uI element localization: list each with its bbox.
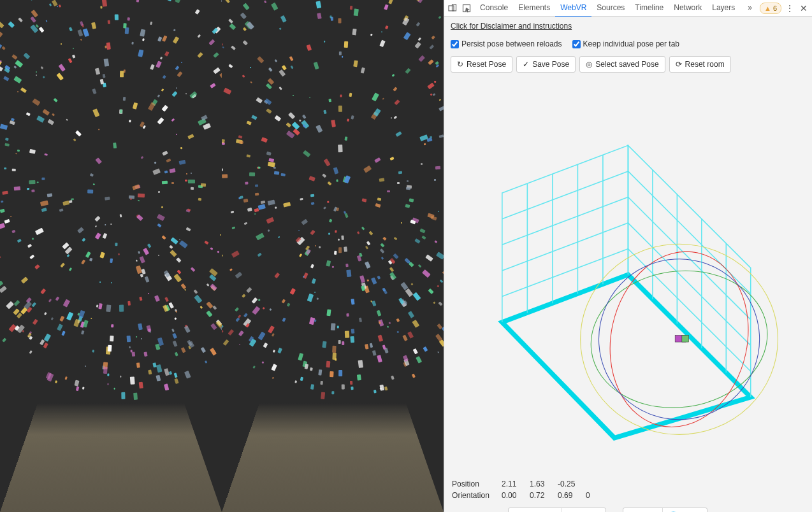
room-visualization[interactable] (444, 76, 812, 473)
orientation-y: 0.72 (530, 491, 558, 500)
warnings-count: 6 (773, 4, 777, 12)
persist-pose-checkbox-label[interactable]: Persist pose between reloads (451, 39, 562, 48)
orientation-label: Orientation (452, 491, 502, 500)
orientation-w: 0 (586, 491, 614, 500)
orientation-x: 0.00 (502, 491, 530, 500)
refresh-icon: ↻ (457, 60, 463, 69)
devtools-menu-button[interactable]: ⋮ (784, 3, 795, 13)
target-icon: ◎ (586, 60, 592, 69)
wall-grid-right (628, 145, 751, 397)
world-button[interactable]: 🌐 World (663, 508, 707, 512)
save-pose-label: Save Pose (532, 60, 569, 69)
wall-grid-left (502, 145, 628, 322)
position-label: Position (452, 480, 502, 488)
rotation-gizmo (572, 232, 786, 446)
local-button[interactable]: ⬡ Local (623, 508, 663, 512)
options-row: Persist pose between reloads Keep indivi… (444, 36, 812, 52)
save-pose-button[interactable]: ✓ Save Pose (516, 56, 576, 73)
orientation-z: 0.69 (558, 491, 586, 500)
individual-pose-text: Keep individual pose per tab (583, 39, 679, 48)
right-eye-view (222, 0, 444, 512)
pose-readout: Position 2.11 1.63 -0.25 Orientation 0.0… (444, 473, 812, 512)
svg-rect-0 (449, 6, 454, 11)
refresh-icon: ⟳ (676, 60, 682, 69)
transform-mode-group: ✥ Translate ⟲ Rotate (508, 508, 606, 512)
warning-icon: ▲ (764, 4, 771, 12)
transformation-row: Transformation ✥ Translate ⟲ Rotate in ⬡ (452, 508, 804, 512)
tabs-overflow-button[interactable]: » (743, 0, 757, 17)
reset-room-label: Reset room (685, 60, 725, 69)
devtools-panel: ConsoleElementsWebVRSourcesTimelineNetwo… (444, 0, 812, 512)
check-icon: ✓ (523, 60, 529, 69)
select-saved-pose-button[interactable]: ◎ Select saved Pose (579, 56, 665, 73)
orientation-row: Orientation 0.00 0.72 0.69 0 (452, 491, 804, 500)
tab-sources[interactable]: Sources (591, 0, 630, 17)
tab-network[interactable]: Network (669, 0, 707, 17)
tab-console[interactable]: Console (475, 0, 513, 17)
position-z: -0.25 (558, 480, 586, 488)
persist-pose-checkbox[interactable] (451, 40, 459, 48)
translate-button[interactable]: ✥ Translate (509, 508, 562, 512)
warnings-badge[interactable]: ▲ 6 (760, 3, 781, 14)
tab-timeline[interactable]: Timeline (630, 0, 669, 17)
stereo-container (0, 0, 444, 512)
position-x: 2.11 (502, 480, 530, 488)
persist-pose-text: Persist pose between reloads (461, 39, 562, 48)
vr-render-view (0, 0, 444, 512)
room-svg (444, 76, 812, 473)
devtools-toolbar: ConsoleElementsWebVRSourcesTimelineNetwo… (444, 0, 812, 17)
reset-pose-button[interactable]: ↻ Reset Pose (451, 56, 512, 73)
pose-button-row: ↻ Reset Pose ✓ Save Pose ◎ Select saved … (444, 52, 812, 76)
tab-elements[interactable]: Elements (513, 0, 555, 17)
webvr-panel: Click for Disclaimer and instructions Pe… (444, 17, 812, 512)
reset-pose-label: Reset Pose (467, 60, 506, 69)
left-eye-view (0, 0, 222, 512)
inspect-icon[interactable] (461, 3, 472, 14)
svg-rect-7 (682, 335, 689, 342)
transform-space-group: ⬡ Local 🌐 World (623, 508, 708, 512)
tab-layers[interactable]: Layers (707, 0, 740, 17)
floor-outline (502, 274, 751, 437)
devtools-tabs: ConsoleElementsWebVRSourcesTimelineNetwo… (475, 0, 740, 17)
tab-webvr[interactable]: WebVR (555, 0, 591, 17)
disclaimer-link[interactable]: Click for Disclaimer and instructions (444, 17, 812, 36)
devtools-close-button[interactable]: ✕ (798, 3, 809, 13)
position-y: 1.63 (530, 480, 558, 488)
ground-plane (0, 403, 222, 512)
rotate-button[interactable]: ⟲ Rotate (562, 508, 605, 512)
select-saved-pose-label: Select saved Pose (595, 60, 658, 69)
individual-pose-checkbox[interactable] (572, 40, 581, 48)
individual-pose-checkbox-label[interactable]: Keep individual pose per tab (572, 39, 679, 48)
ground-plane (222, 403, 444, 512)
device-toggle-icon[interactable] (447, 3, 458, 14)
position-row: Position 2.11 1.63 -0.25 (452, 480, 804, 488)
reset-room-button[interactable]: ⟳ Reset room (669, 56, 731, 73)
